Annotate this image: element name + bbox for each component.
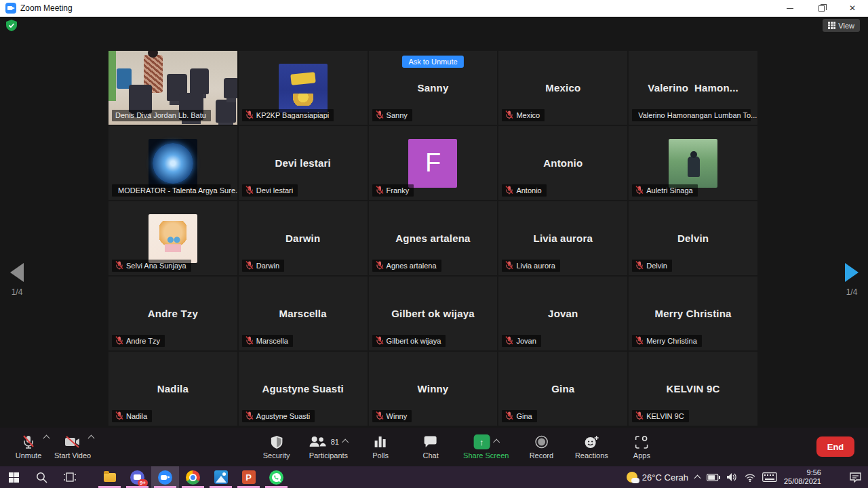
chat-label: Chat (422, 451, 438, 460)
speaker-icon[interactable] (727, 472, 738, 482)
close-button[interactable]: ✕ (837, 0, 868, 16)
participant-name-label: Sanny (372, 109, 412, 121)
unmute-options-chevron[interactable] (43, 435, 50, 442)
participant-tile[interactable]: GinaGina (498, 352, 627, 426)
participant-name-text: Valerino Hamonangan Lumban To... (638, 111, 757, 119)
participant-display-name: Jovan (548, 308, 578, 319)
participant-name-text: Gina (516, 412, 532, 420)
system-tray: 26°C Cerah 9:56 2 (627, 468, 868, 486)
security-shield-icon[interactable] (6, 20, 17, 31)
record-icon (534, 435, 548, 449)
participant-display-name: Antonio (543, 157, 583, 169)
participant-tile[interactable]: NadilaNadila (108, 352, 237, 426)
participant-tile[interactable]: Agustyne SuastiAgustyne Suasti (239, 352, 368, 426)
participant-tile[interactable]: Livia auroraLivia aurora (498, 201, 627, 275)
muted-mic-icon (635, 261, 644, 270)
participant-tile[interactable]: SannyAsk to UnmuteSanny (369, 51, 498, 125)
participant-tile[interactable]: WinnyWinny (369, 352, 498, 426)
participant-tile[interactable]: MarscellaMarscella (239, 277, 368, 350)
muted-mic-icon (245, 336, 254, 345)
action-center-icon[interactable] (850, 472, 861, 483)
tray-date: 25/08/2021 (784, 477, 821, 485)
participant-name-text: Livia aurora (516, 262, 555, 270)
record-button[interactable]: Record (519, 428, 563, 466)
photos-icon (214, 470, 228, 484)
participant-tile[interactable]: MODERATOR - Talenta Argya Sure... (108, 126, 237, 200)
participant-name-text: Nadila (126, 412, 147, 420)
participant-tile[interactable]: MexicoMexico (498, 51, 627, 125)
participant-name-label: Merry Christina (632, 335, 702, 347)
participant-name-text: Mexico (516, 111, 540, 119)
participant-display-name: Delvin (677, 232, 709, 244)
chat-button[interactable]: Chat (409, 428, 452, 466)
participant-tile[interactable]: DelvinDelvin (629, 201, 757, 275)
participant-grid: Denis Diva Jordan Lb. BatuKP2KP Bagansia… (108, 51, 757, 426)
file-explorer-taskbar-icon[interactable] (96, 466, 123, 488)
search-button[interactable] (28, 466, 56, 488)
participant-tile[interactable]: Valerino Hamon...Valerino Hamonangan Lum… (629, 51, 757, 125)
weather-widget[interactable]: 26°C Cerah (627, 472, 688, 483)
video-options-chevron[interactable] (88, 435, 95, 442)
unmute-button[interactable]: Unmute (7, 428, 50, 466)
end-meeting-button[interactable]: End (816, 436, 854, 457)
powerpoint-icon: P (242, 470, 256, 484)
participant-tile[interactable]: Devi lestariDevi lestari (239, 126, 368, 200)
keyboard-icon[interactable] (762, 472, 777, 482)
view-button[interactable]: View (823, 19, 860, 32)
participant-tile[interactable]: DarwinDarwin (239, 201, 368, 275)
participant-tile[interactable]: Selvi Ana Sunjaya (108, 201, 237, 275)
network-icon[interactable] (745, 473, 755, 482)
battery-icon[interactable] (707, 474, 720, 481)
participant-tile[interactable]: Merry ChristinaMerry Christina (629, 277, 757, 350)
apps-button[interactable]: Apps (620, 428, 663, 466)
participant-avatar (149, 139, 197, 188)
participant-tile[interactable]: Denis Diva Jordan Lb. Batu (108, 51, 237, 125)
minimize-button[interactable] (774, 0, 806, 16)
chat-app-taskbar-icon[interactable]: 9+ (123, 466, 151, 488)
muted-mic-icon (505, 411, 513, 420)
chrome-taskbar-icon[interactable] (179, 466, 207, 488)
share-options-chevron[interactable] (493, 439, 500, 445)
taskbar-clock[interactable]: 9:56 25/08/2021 (784, 468, 821, 486)
muted-mic-icon (115, 336, 123, 345)
start-video-button[interactable]: Start Video (50, 428, 95, 466)
photos-taskbar-icon[interactable] (207, 466, 235, 488)
share-screen-button[interactable]: ↑ Share Screen (459, 428, 513, 466)
participants-button[interactable]: 81 Participants (305, 428, 352, 466)
tray-expand-chevron[interactable] (694, 475, 701, 482)
polls-label: Polls (372, 451, 389, 460)
previous-page-arrow[interactable] (10, 263, 24, 282)
participant-tile[interactable]: KELVIN 9CKELVIN 9C (629, 352, 757, 426)
participant-tile[interactable]: FFranky (369, 126, 498, 200)
participant-tile[interactable]: KP2KP Bagansiapiapi (239, 51, 368, 125)
participant-name-text: Selvi Ana Sunjaya (126, 262, 186, 270)
record-label: Record (530, 451, 553, 460)
zoom-app-icon (5, 3, 16, 14)
powerpoint-taskbar-icon[interactable]: P (235, 466, 262, 488)
whatsapp-taskbar-icon[interactable] (262, 466, 290, 488)
participant-tile[interactable]: AntonioAntonio (498, 126, 627, 200)
participant-tile[interactable]: Andre TzyAndre Tzy (108, 277, 237, 350)
task-view-button[interactable] (56, 466, 83, 488)
ask-to-unmute-button[interactable]: Ask to Unmute (402, 56, 463, 68)
reactions-button[interactable]: Reactions (570, 428, 613, 466)
security-button[interactable]: Security (255, 428, 298, 466)
start-button[interactable] (0, 466, 28, 488)
next-page-arrow[interactable] (845, 263, 859, 282)
participant-tile[interactable]: JovanJovan (498, 277, 627, 350)
polls-icon (374, 436, 387, 448)
participant-name-label: Marscella (242, 335, 293, 347)
participant-tile[interactable]: Agnes artalenaAgnes artalena (369, 201, 498, 275)
zoom-taskbar-icon[interactable] (151, 466, 179, 488)
participant-name-text: Agustyne Suasti (256, 412, 311, 420)
chat-app-icon: 9+ (130, 470, 144, 485)
participant-name-label: Auletri Sinaga (632, 184, 698, 197)
participant-name-text: Andre Tzy (126, 337, 160, 345)
participant-tile[interactable]: Auletri Sinaga (629, 126, 757, 200)
participant-display-name: Sanny (417, 82, 448, 94)
polls-button[interactable]: Polls (359, 428, 402, 466)
participant-name-label: Agnes artalena (372, 260, 441, 272)
participants-chevron[interactable] (342, 439, 349, 445)
participant-tile[interactable]: Gilbert ok wijayaGilbert ok wijaya (369, 277, 498, 350)
restore-button[interactable] (806, 0, 837, 16)
